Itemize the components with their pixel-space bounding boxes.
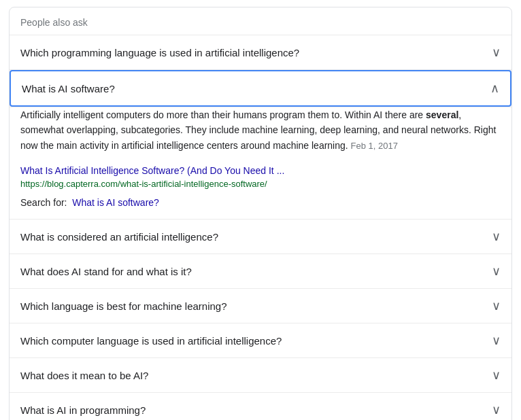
paa-question-7[interactable]: What does it mean to be AI? ∨ [10,358,511,392]
paa-item-4: What does AI stand for and what is it? ∨ [10,254,511,289]
paa-question-2[interactable]: What is AI software? ∧ [10,70,511,107]
paa-question-1[interactable]: Which programming language is used in ar… [10,35,511,69]
chevron-down-icon-7: ∨ [492,368,501,383]
search-for-link[interactable]: What is AI software? [72,197,159,208]
paa-question-5[interactable]: Which language is best for machine learn… [10,289,511,323]
chevron-down-icon-4: ∨ [492,264,501,279]
chevron-down-icon-3: ∨ [492,229,501,244]
paa-question-3[interactable]: What is considered an artificial intelli… [10,220,511,253]
paa-item-1: Which programming language is used in ar… [10,35,511,70]
paa-answer-2: Artificially intelligent computers do mo… [10,107,511,219]
answer-bold-text: several [426,109,458,120]
chevron-down-icon-5: ∨ [492,298,501,313]
paa-question-4[interactable]: What does AI stand for and what is it? ∨ [10,254,511,288]
paa-question-text-2: What is AI software? [22,83,115,94]
paa-question-text-3: What is considered an artificial intelli… [20,231,218,243]
answer-text-before-bold: Artificially intelligent computers do mo… [20,109,426,120]
paa-item-6: Which computer language is used in artif… [10,323,511,358]
people-also-ask-container: People also ask Which programming langua… [9,7,512,420]
paa-item-2: What is AI software? ∧ Artificially inte… [10,70,511,220]
paa-item-3: What is considered an artificial intelli… [10,220,511,254]
paa-title: People also ask [20,17,88,28]
paa-question-text-8: What is AI in programming? [20,404,146,416]
paa-search-for: Search for: What is AI software? [20,197,501,208]
paa-question-text-4: What does AI stand for and what is it? [20,266,192,277]
chevron-down-icon-6: ∨ [492,333,501,348]
paa-item-5: Which language is best for machine learn… [10,289,511,323]
answer-date: Feb 1, 2017 [351,141,398,151]
paa-source-link: What Is Artificial Intelligence Software… [20,164,501,190]
chevron-down-icon-1: ∨ [492,45,501,60]
chevron-up-icon-2: ∧ [490,81,499,96]
paa-header: People also ask [10,7,511,35]
paa-question-text-6: Which computer language is used in artif… [20,335,282,347]
chevron-down-icon-8: ∨ [492,402,501,417]
paa-question-6[interactable]: Which computer language is used in artif… [10,323,511,357]
paa-item-7: What does it mean to be AI? ∨ [10,358,511,393]
paa-question-text-1: Which programming language is used in ar… [20,47,299,58]
paa-answer-text-2: Artificially intelligent computers do mo… [20,107,501,154]
search-for-label: Search for: [20,197,67,208]
paa-question-text-7: What does it mean to be AI? [20,370,148,381]
paa-question-8[interactable]: What is AI in programming? ∨ [10,393,511,420]
paa-item-8: What is AI in programming? ∨ [10,393,511,420]
paa-question-text-5: Which language is best for machine learn… [20,300,227,312]
source-title-link[interactable]: What Is Artificial Intelligence Software… [20,165,284,176]
source-url: https://blog.capterra.com/what-is-artifi… [20,179,501,189]
